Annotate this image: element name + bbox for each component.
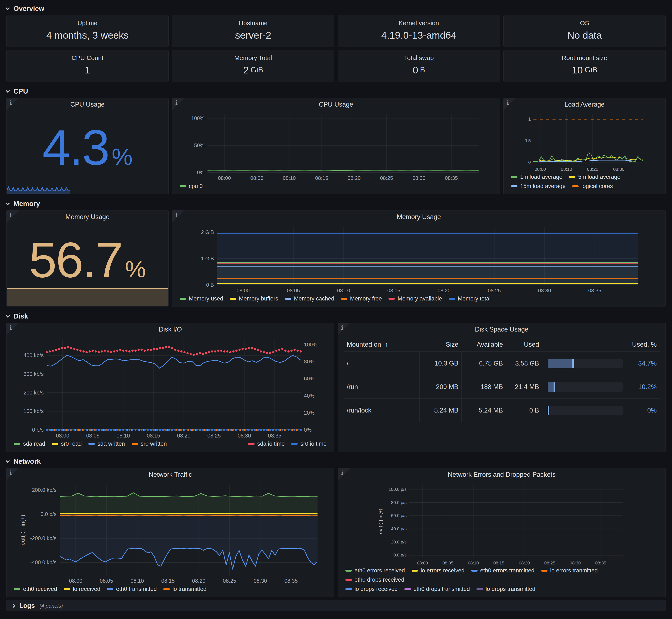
disk-io-chart-canvas[interactable]: 08:0008:0508:1008:1508:2008:2508:3008:35… xyxy=(6,336,334,439)
panel-title[interactable]: Memory Usage xyxy=(6,210,169,223)
legend-item-sr0-io-time[interactable]: sr0 io time xyxy=(291,441,326,447)
series-point-sda io time xyxy=(91,350,94,352)
series-point-sda io time xyxy=(254,348,256,350)
panel-title[interactable]: OS xyxy=(503,15,666,27)
panel-title[interactable]: Network Traffic xyxy=(6,468,334,481)
legend-item-memory-total[interactable]: Memory total xyxy=(449,295,491,302)
column-header-used-pct[interactable]: Used, % xyxy=(625,338,660,351)
section-header-memory[interactable]: Memory xyxy=(6,197,666,210)
panel-title[interactable]: Memory Usage xyxy=(172,210,666,223)
panel-info-icon[interactable]: i xyxy=(503,98,516,110)
legend-swatch xyxy=(52,443,58,445)
legend-item-eth0-transmitted[interactable]: eth0 transmitted xyxy=(107,586,157,592)
panel-info-icon[interactable]: i xyxy=(6,98,19,110)
panel-title[interactable]: Disk I/O xyxy=(6,323,334,336)
usage-gauge-cap xyxy=(548,406,549,415)
available-cell: 6.75 GB xyxy=(462,352,506,375)
section-header-disk[interactable]: Disk xyxy=(6,310,666,323)
legend-item-lo-errors-tranmitted[interactable]: lo errors tranmitted xyxy=(541,567,598,574)
panel-info-icon[interactable]: i xyxy=(6,210,19,223)
panel-title[interactable]: Load Average xyxy=(503,98,666,111)
legend-label: sr0 read xyxy=(61,441,82,447)
legend-item-lo-errors-received[interactable]: lo errors received xyxy=(412,567,465,574)
legend-item-eth0-drops-received[interactable]: eth0 drops received xyxy=(346,576,404,583)
network-errors-chart-canvas[interactable]: 08:0008:0508:1008:1508:2008:2508:3008:35… xyxy=(338,481,666,566)
panel-info-icon[interactable]: i xyxy=(172,98,184,110)
legend-item-lo-drops-received[interactable]: lo drops received xyxy=(346,586,398,592)
load-average-chart-canvas[interactable]: 08:0008:1008:2008:3000.51 xyxy=(503,111,666,173)
legend-item-memory-free[interactable]: Memory free xyxy=(341,295,382,302)
legend-item-lo-received[interactable]: lo received xyxy=(64,586,100,592)
series-point-sda io time xyxy=(128,350,130,352)
panel-title[interactable]: Uptime xyxy=(6,15,169,27)
table-header-row: Mounted on ↑SizeAvailableUsedUsed, % xyxy=(344,338,660,351)
panel-title[interactable]: Total swap xyxy=(338,50,500,62)
x-axis-tick-label: 08:05 xyxy=(100,578,113,584)
series-point-sr0 io time xyxy=(233,429,234,431)
chart-legend: sda readsr0 readsda writtensr0 writtensd… xyxy=(6,439,334,452)
panel-title[interactable]: Disk Space Usage xyxy=(338,323,666,336)
panel-title[interactable]: Memory Total xyxy=(172,50,334,62)
series-point-sr0 io time xyxy=(288,429,289,431)
legend-item-lo-transmitted[interactable]: lo transmitted xyxy=(163,586,206,592)
legend-item-sda-read[interactable]: sda read xyxy=(14,441,45,447)
panel-title[interactable]: Root mount size xyxy=(503,50,666,62)
panel-title[interactable]: CPU Usage xyxy=(172,98,500,111)
legend-item-logical-cores[interactable]: logical cores xyxy=(572,183,613,190)
legend-item-sda-written[interactable]: sda written xyxy=(88,441,125,447)
legend-item-memory-buffers[interactable]: Memory buffers xyxy=(230,295,278,302)
series-point-sda io time xyxy=(140,349,142,351)
info-i-glyph: i xyxy=(341,324,343,331)
cpu-usage-chart-canvas[interactable]: 08:0008:0508:1008:1508:2008:2508:3008:35… xyxy=(172,111,500,182)
panel-info-icon[interactable]: i xyxy=(6,323,19,335)
panel-title[interactable]: Hostname xyxy=(172,15,334,27)
series-point-sda io time xyxy=(263,351,265,353)
legend-item-sr0-written[interactable]: sr0 written xyxy=(132,441,167,447)
section-header-cpu[interactable]: CPU xyxy=(6,85,666,98)
legend-item-sr0-read[interactable]: sr0 read xyxy=(52,441,82,447)
panel-title[interactable]: CPU Count xyxy=(6,50,169,62)
series-point-sda io time xyxy=(251,347,253,349)
panel-info-icon[interactable]: i xyxy=(338,468,350,480)
network-traffic-chart-canvas[interactable]: 08:0008:0508:1008:1508:2008:2508:3008:35… xyxy=(6,481,334,584)
x-axis-tick-label: 08:20 xyxy=(438,288,451,293)
panel-info-icon[interactable]: i xyxy=(172,210,184,223)
legend-swatch xyxy=(511,185,517,187)
chevron-down-icon xyxy=(6,88,10,93)
stat-value-number: 4.19.0-13-amd64 xyxy=(381,29,456,41)
column-header-available[interactable]: Available xyxy=(462,338,506,351)
legend-item-5m-load-average[interactable]: 5m load average xyxy=(569,174,620,180)
panel-info-icon[interactable]: i xyxy=(6,468,19,480)
column-header-used[interactable]: Used xyxy=(506,338,542,351)
legend-item-memory-cached[interactable]: Memory cached xyxy=(285,295,334,302)
legend-item-memory-available[interactable]: Memory available xyxy=(388,295,442,302)
x-axis-tick-label: 08:30 xyxy=(538,288,551,293)
panel-title[interactable]: Network Errors and Dropped Packets xyxy=(338,468,666,481)
section-header-logs[interactable]: Logs (4 panels) xyxy=(6,600,666,611)
panel-title[interactable]: Kernel version xyxy=(338,15,500,27)
legend-item-eth0-errors-tranmitted[interactable]: eth0 errors tranmitted xyxy=(471,567,535,574)
section-header-overview[interactable]: Overview xyxy=(6,2,666,15)
usage-gauge-fill xyxy=(548,359,574,368)
legend-item-15m-load-average[interactable]: 15m load average xyxy=(511,183,565,190)
section-header-network[interactable]: Network xyxy=(6,455,666,468)
x-axis-tick-label: 08:35 xyxy=(595,560,606,565)
legend-item-eth0-drops-transmitted[interactable]: eth0 drops transmitted xyxy=(405,586,470,592)
legend-item-eth0-errors-received[interactable]: eth0 errors received xyxy=(346,567,405,574)
x-axis-tick-label: 08:35 xyxy=(268,433,282,438)
x-axis-tick-label: 08:35 xyxy=(284,578,298,584)
legend-swatch xyxy=(405,588,411,590)
panel-info-icon[interactable]: i xyxy=(338,323,350,335)
column-header-size[interactable]: Size xyxy=(419,338,462,351)
legend-item-memory-used[interactable]: Memory used xyxy=(180,295,223,302)
legend-item-sda-io-time[interactable]: sda io time xyxy=(248,441,285,447)
legend-item-lo-drops-transmitted[interactable]: lo drops transmitted xyxy=(477,586,535,592)
y-axis-tick-label: 0.0 p/s xyxy=(393,552,407,557)
legend-item-cpu-0[interactable]: cpu 0 xyxy=(180,183,203,190)
legend-item-eth0-received[interactable]: eth0 received xyxy=(14,586,57,592)
column-header-mounted-on[interactable]: Mounted on ↑ xyxy=(344,341,419,348)
panel-title[interactable]: CPU Usage xyxy=(6,98,169,111)
memory-usage-chart-canvas[interactable]: 08:0008:0508:1008:1508:2008:2508:3008:35… xyxy=(172,223,666,294)
legend-item-1m-load-average[interactable]: 1m load average xyxy=(511,174,562,180)
legend-label: sr0 written xyxy=(141,441,167,447)
